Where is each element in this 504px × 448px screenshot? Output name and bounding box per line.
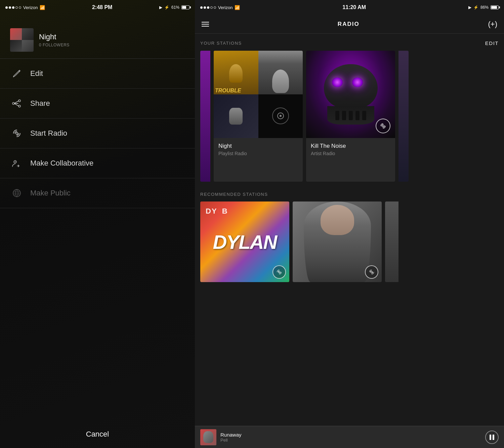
edit-icon: [10, 67, 24, 80]
signal-group-right: Verizon 📶: [200, 5, 240, 10]
profile-followers: 0 FOLLOWERS: [39, 43, 70, 47]
dylan-radio-btn-2[interactable]: [365, 265, 378, 279]
avatar-quad-1: [10, 28, 22, 40]
kill-radio-btn[interactable]: [376, 119, 390, 133]
dot-1: [5, 6, 8, 9]
battery-group-right: ▶ ⚡ 86%: [468, 5, 499, 10]
avatar-quad-4: [22, 40, 34, 52]
add-station-button[interactable]: (+): [488, 20, 498, 29]
make-collaborative-menu-item[interactable]: Make Collaborative: [0, 148, 195, 178]
right-eye: [352, 78, 363, 87]
signal-dots: [5, 6, 21, 9]
svg-point-9: [371, 271, 373, 273]
face: [272, 70, 289, 93]
bearded-man: [258, 51, 303, 94]
battery-icon-right: [491, 5, 499, 9]
kill-station-info: Kill The Noise Artist Radio: [306, 138, 395, 160]
battery-fill-left: [182, 6, 186, 9]
dot-5: [19, 6, 21, 9]
hamburger-line-2: [202, 24, 209, 25]
radio-center: [280, 115, 282, 117]
kill-station-type: Artist Radio: [311, 151, 390, 156]
collaborative-icon: [10, 156, 24, 170]
dot-r5: [214, 6, 216, 9]
dylan-radio-btn-1[interactable]: [272, 265, 286, 279]
edit-menu-item[interactable]: Edit: [0, 59, 195, 89]
kill-station-card[interactable]: Kill The Noise Artist Radio: [306, 51, 395, 182]
battery-pct-right: 86%: [480, 5, 489, 10]
hamburger-menu[interactable]: [202, 22, 209, 27]
profile-name: Night: [39, 33, 70, 41]
trouble-text: TROUBLE: [215, 88, 241, 94]
dylan-card-1[interactable]: DYLAN DY0B: [200, 201, 289, 282]
dylan-artwork-1: DYLAN DY0B: [200, 201, 289, 282]
status-bar-right: Verizon 📶 11:20 AM ▶ ⚡ 86%: [195, 0, 504, 15]
skull-head: [324, 64, 378, 108]
now-playing-thumbnail: [200, 429, 216, 445]
location-icon-left: ▶: [159, 5, 162, 10]
dylan-text-container: DYLAN: [213, 231, 277, 253]
collage-dancer: [214, 94, 258, 138]
night-station-card[interactable]: TROUBLE: [214, 51, 303, 182]
skull-jaw: [327, 106, 374, 125]
skull-eyes: [332, 78, 378, 87]
wifi-icon-left: 📶: [40, 5, 45, 10]
cancel-button[interactable]: Cancel: [0, 420, 195, 448]
avatar: [10, 28, 34, 52]
share-menu-item[interactable]: Share: [0, 89, 195, 119]
battery-icon-left: [181, 5, 190, 9]
main-content: YOUR STATIONS Edit TROUBLE: [195, 34, 504, 448]
bob-body: [304, 201, 371, 282]
now-playing-artist: Pell: [220, 438, 481, 443]
collage-ray: TROUBLE: [214, 51, 258, 94]
share-icon: [10, 97, 24, 110]
edit-stations-button[interactable]: Edit: [485, 40, 499, 46]
edit-label: Edit: [30, 69, 43, 78]
tooth-5: [362, 111, 366, 120]
battery-fill-right: [491, 6, 497, 9]
recommended-label: RECOMMENDED STATIONS: [200, 192, 499, 197]
kill-artwork: [306, 51, 395, 138]
avatar-quad-2: [22, 28, 34, 40]
bob-face: [321, 205, 354, 235]
battery-pct-left: 61%: [171, 5, 179, 10]
now-playing-thumb-img: [203, 431, 213, 443]
dancer: [229, 108, 243, 125]
svg-point-5: [15, 162, 16, 163]
avatar-quad-3: [10, 40, 22, 52]
make-public-menu-item[interactable]: Make Public: [0, 178, 195, 208]
radio-dot: [277, 113, 284, 119]
dot-r4: [210, 6, 213, 9]
now-playing-bar[interactable]: Runaway Pell: [195, 426, 504, 448]
make-public-label: Make Public: [30, 189, 71, 197]
nav-title: RADIO: [338, 21, 360, 28]
your-stations-text: YOUR STATIONS: [200, 41, 242, 46]
signal-dots-right: [200, 6, 216, 9]
radio-icon-dylan-1: [276, 269, 282, 275]
pause-button[interactable]: [485, 431, 499, 444]
your-stations-row: TROUBLE: [200, 51, 499, 182]
start-radio-menu-item[interactable]: Start Radio: [0, 119, 195, 148]
bluetooth-icon-left: ⚡: [164, 5, 169, 10]
svg-rect-11: [493, 435, 494, 440]
recommended-row: DYLAN DY0B: [200, 201, 499, 282]
radio-icon-dylan-2: [369, 269, 375, 275]
tooth-2: [342, 111, 346, 120]
status-bar-left: Verizon 📶 2:48 PM ▶ ⚡ 61%: [0, 0, 195, 15]
pause-icon: [489, 434, 495, 440]
dylan-card-2[interactable]: [293, 201, 382, 282]
dot-4: [15, 6, 18, 9]
profile-info: Night 0 FOLLOWERS: [39, 33, 70, 47]
kill-station-name: Kill The Noise: [311, 143, 390, 149]
time-right: 11:20 AM: [342, 4, 366, 10]
tooth-4: [355, 111, 360, 120]
start-radio-label: Start Radio: [30, 129, 67, 138]
night-station-type: Playlist Radio: [218, 151, 298, 156]
dylan-logo-text: DY0B: [206, 207, 228, 216]
dot-r3: [207, 6, 209, 9]
signal-group: Verizon 📶: [5, 5, 45, 10]
dylan-artwork-2: [293, 201, 382, 282]
dot-r1: [200, 6, 203, 9]
night-collage: TROUBLE: [214, 51, 303, 138]
battery-group-left: ▶ ⚡ 61%: [159, 5, 190, 10]
